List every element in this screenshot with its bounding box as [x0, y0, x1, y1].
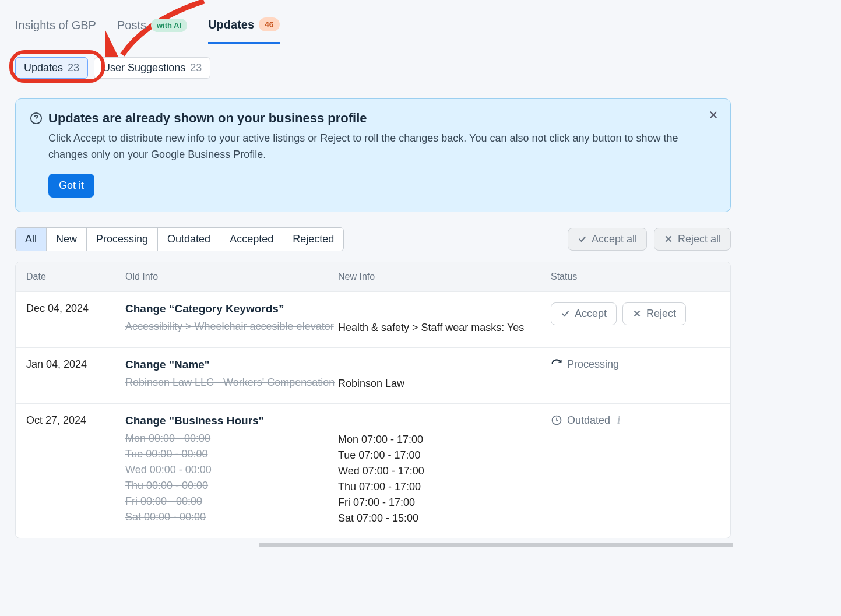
info-icon[interactable]: i — [617, 414, 620, 427]
bulk-actions: Accept all Reject all — [568, 228, 731, 251]
table-header: Date Old Info New Info Status — [16, 262, 730, 291]
table-row: Dec 04, 2024Change “Category Keywords”Ac… — [16, 291, 730, 347]
new-info-line: Thu 07:00 - 17:00 — [338, 479, 551, 495]
check-icon — [561, 309, 570, 318]
old-info-line: Wed 00:00 - 00:00 — [125, 462, 338, 478]
table-row: Oct 27, 2024Change "Business Hours"Mon 0… — [16, 403, 730, 538]
filter-processing[interactable]: Processing — [87, 228, 158, 251]
accept-button[interactable]: Accept — [551, 302, 617, 325]
reject-button[interactable]: Reject — [622, 302, 686, 325]
old-info-line: Thu 00:00 - 00:00 — [125, 478, 338, 494]
info-banner: Updates are already shown on your busine… — [15, 98, 731, 212]
banner-close-button[interactable] — [708, 110, 719, 122]
horizontal-scrollbar[interactable] — [15, 541, 731, 549]
ai-badge: with AI — [151, 19, 187, 32]
reject-label: Reject — [646, 308, 676, 320]
new-info-line: Tue 07:00 - 17:00 — [338, 448, 551, 463]
check-icon — [578, 234, 587, 244]
clock-icon — [551, 414, 562, 426]
change-title: Change "Business Hours" — [125, 414, 338, 427]
table-row: Jan 04, 2024Change "Name"Robinson Law LL… — [16, 347, 730, 403]
row-date: Oct 27, 2024 — [26, 414, 125, 427]
row-status: Outdatedi — [551, 414, 720, 427]
new-info-line: Mon 07:00 - 17:00 — [338, 432, 551, 448]
tab-updates[interactable]: Updates 46 — [208, 12, 279, 44]
old-info-line: Accessibility > Wheelchair accesible ele… — [125, 319, 338, 335]
sub-tab-suggestions[interactable]: User Suggestions 23 — [94, 57, 210, 79]
reject-all-label: Reject all — [678, 233, 721, 245]
row-old-info: Change "Business Hours"Mon 00:00 - 00:00… — [125, 414, 338, 525]
change-title: Change "Name" — [125, 358, 338, 371]
status-outdated: Outdatedi — [551, 414, 720, 427]
row-new-info: Mon 07:00 - 17:00Tue 07:00 - 17:00Wed 07… — [338, 414, 551, 526]
filter-all[interactable]: All — [16, 228, 47, 251]
filter-accepted[interactable]: Accepted — [220, 228, 283, 251]
reject-all-button[interactable]: Reject all — [654, 228, 731, 251]
sub-tab-updates-count: 23 — [68, 62, 79, 74]
tab-updates-label: Updates — [208, 18, 254, 31]
row-status: AcceptReject — [551, 302, 720, 325]
new-info-line: Robinson Law — [338, 376, 551, 392]
new-info-line: Health & safety > Staff wear masks: Yes — [338, 320, 551, 336]
banner-body-text: Click Accept to distribute new info to y… — [48, 131, 681, 163]
status-filter-group: All New Processing Outdated Accepted Rej… — [15, 227, 344, 251]
close-icon — [664, 234, 673, 244]
col-old: Old Info — [125, 272, 338, 282]
refresh-icon — [551, 358, 562, 370]
banner-title-text: Updates are already shown on your busine… — [48, 111, 367, 126]
row-date: Jan 04, 2024 — [26, 358, 125, 371]
new-info-line: Wed 07:00 - 17:00 — [338, 463, 551, 479]
new-info-line: Sat 07:00 - 15:00 — [338, 511, 551, 526]
old-info-line: Robinson Law LLC - Workers' Compensation — [125, 375, 338, 390]
got-it-button[interactable]: Got it — [48, 174, 94, 198]
row-new-info: Health & safety > Staff wear masks: Yes — [338, 302, 551, 336]
accept-all-label: Accept all — [592, 233, 637, 245]
banner-title: Updates are already shown on your busine… — [30, 111, 716, 126]
sub-tab-suggestions-label: User Suggestions — [103, 62, 185, 74]
tab-insights-label: Insights of GBP — [15, 19, 96, 32]
sub-tab-updates[interactable]: Updates 23 — [15, 57, 88, 79]
new-info-line: Fri 07:00 - 17:00 — [338, 495, 551, 511]
old-info-line: Sat 00:00 - 00:00 — [125, 509, 338, 525]
filter-row: All New Processing Outdated Accepted Rej… — [15, 227, 731, 251]
col-status: Status — [551, 272, 720, 282]
old-info-line: Mon 00:00 - 00:00 — [125, 431, 338, 446]
old-info-line: Tue 00:00 - 00:00 — [125, 446, 338, 462]
filter-outdated[interactable]: Outdated — [158, 228, 220, 251]
row-date: Dec 04, 2024 — [26, 302, 125, 315]
col-date: Date — [26, 272, 125, 282]
status-outdated-label: Outdated — [567, 414, 610, 427]
tab-insights[interactable]: Insights of GBP — [15, 13, 96, 43]
sub-tab-bar: Updates 23 User Suggestions 23 — [15, 57, 210, 79]
row-new-info: Robinson Law — [338, 358, 551, 392]
sub-tab-suggestions-count: 23 — [190, 62, 202, 74]
updates-table: Date Old Info New Info Status Dec 04, 20… — [15, 262, 731, 538]
help-circle-icon — [30, 112, 43, 125]
row-old-info: Change "Name"Robinson Law LLC - Workers'… — [125, 358, 338, 390]
tab-posts-label: Posts — [117, 19, 146, 32]
tab-posts[interactable]: Posts with AI — [117, 13, 187, 43]
change-title: Change “Category Keywords” — [125, 302, 338, 315]
row-status: Processing — [551, 358, 720, 371]
top-tab-bar: Insights of GBP Posts with AI Updates 46 — [15, 12, 731, 44]
close-icon — [708, 110, 719, 120]
status-processing: Processing — [551, 358, 720, 371]
old-info-line: Fri 00:00 - 00:00 — [125, 494, 338, 509]
svg-point-1 — [36, 121, 36, 121]
updates-count-badge: 46 — [259, 17, 280, 31]
accept-all-button[interactable]: Accept all — [568, 228, 647, 251]
col-new: New Info — [338, 272, 551, 282]
filter-new[interactable]: New — [47, 228, 87, 251]
accept-label: Accept — [575, 308, 607, 320]
status-processing-label: Processing — [567, 358, 619, 371]
row-old-info: Change “Category Keywords”Accessibility … — [125, 302, 338, 335]
filter-rejected[interactable]: Rejected — [283, 228, 343, 251]
sub-tab-updates-label: Updates — [24, 62, 63, 74]
close-icon — [632, 309, 642, 318]
